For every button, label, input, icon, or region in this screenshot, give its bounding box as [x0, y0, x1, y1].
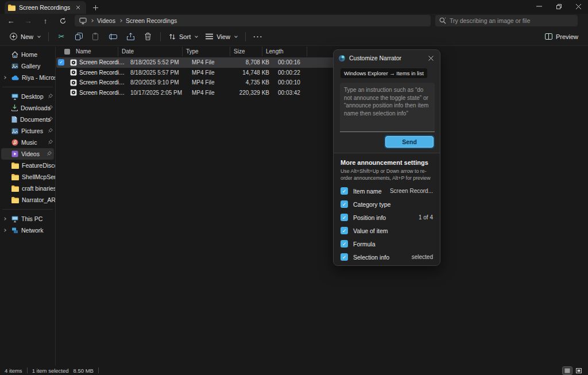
chevron-down-icon — [37, 34, 41, 38]
expand-chevron-icon[interactable] — [3, 229, 6, 232]
minimize-icon[interactable] — [529, 0, 549, 13]
details-view-icon[interactable] — [563, 367, 572, 374]
desktop-icon — [11, 94, 18, 100]
maximize-icon[interactable] — [549, 0, 568, 13]
setting-label: Formula — [353, 241, 428, 248]
sidebar-item-desktop[interactable]: Desktop — [0, 91, 55, 102]
new-tab-button[interactable] — [91, 3, 100, 12]
search-box[interactable] — [435, 15, 578, 26]
breadcrumb-videos[interactable]: Videos — [97, 17, 115, 24]
instruction-input[interactable] — [340, 83, 435, 132]
setting-label: Position info — [353, 214, 413, 221]
sidebar-item-label: Home — [21, 51, 55, 58]
command-toolbar: New ✂ Sort View ··· — [0, 28, 588, 46]
share-icon[interactable] — [123, 30, 138, 44]
tab-title: Screen Recordings — [19, 4, 70, 11]
refresh-icon[interactable] — [55, 15, 70, 26]
sidebar-item-music[interactable]: Music — [0, 137, 55, 148]
setting-label: Category type — [353, 201, 428, 208]
file-name: Screen Recording 20... — [79, 69, 126, 76]
mp4-file-icon — [68, 79, 79, 86]
gallery-icon — [11, 63, 18, 69]
sidebar-item-videos[interactable]: Videos — [1, 148, 54, 160]
dialog-title: Customize Narrator — [349, 55, 423, 61]
dialog-close-icon[interactable] — [426, 53, 435, 63]
sidebar-item-documents[interactable]: Documents — [0, 114, 55, 125]
address-bar[interactable]: Videos Screen Recordings — [75, 15, 431, 26]
checkbox-formula[interactable]: ✓ — [341, 240, 348, 248]
pin-icon — [48, 94, 53, 98]
cut-icon[interactable]: ✂ — [54, 30, 69, 44]
sidebar-item-onedrive[interactable]: Riya - Microsoft — [0, 72, 55, 83]
setting-row-position-info: ✓ Position info 1 of 4 — [341, 214, 433, 222]
rename-icon[interactable] — [106, 30, 121, 44]
sidebar-item-shellmcpservers[interactable]: ShellMcpServers — [0, 171, 55, 183]
documents-icon — [11, 116, 17, 123]
sidebar-item-network[interactable]: Network — [0, 225, 55, 236]
file-row[interactable]: Screen Recording 20... 10/17/2025 2:05 P… — [56, 88, 378, 98]
paste-icon[interactable] — [88, 30, 103, 44]
file-type: MP4 File — [188, 90, 237, 96]
navigation-bar: ← → ↑ Videos Screen Recordings — [0, 14, 588, 28]
column-header-type[interactable]: Type — [183, 47, 230, 56]
new-button[interactable]: New — [6, 30, 44, 44]
checkbox-value-of-item[interactable]: ✓ — [341, 227, 348, 234]
window-controls — [529, 0, 588, 14]
mp4-file-icon — [68, 89, 79, 96]
explorer-tab[interactable]: Screen Recordings — [5, 1, 86, 14]
sidebar-item-this-pc[interactable]: This PC — [0, 213, 55, 225]
expand-chevron-icon[interactable] — [3, 76, 6, 79]
sidebar-item-home[interactable]: Home — [0, 49, 55, 60]
status-bar: 4 items 1 item selected 8.50 MB — [0, 366, 588, 375]
copy-icon[interactable] — [71, 30, 86, 44]
checkbox-category-type[interactable]: ✓ — [341, 200, 348, 208]
more-options-icon[interactable]: ··· — [251, 30, 266, 44]
file-row[interactable]: Screen Recording 20... 8/20/2025 9:10 PM… — [56, 78, 378, 88]
file-row[interactable]: Screen Recording 20... 8/18/2025 5:57 PM… — [56, 68, 378, 78]
checkbox-item-name[interactable]: ✓ — [341, 187, 348, 195]
setting-row-formula: ✓ Formula — [341, 240, 433, 248]
close-window-icon[interactable] — [568, 0, 588, 13]
sort-button[interactable]: Sort — [165, 30, 202, 44]
sidebar-item-label: craft binaries — [22, 185, 55, 192]
row-checkbox-checked[interactable]: ✓ — [58, 59, 64, 65]
checkbox-position-info[interactable]: ✓ — [341, 214, 348, 221]
up-icon[interactable]: ↑ — [38, 15, 53, 26]
preview-label: Preview — [556, 33, 578, 40]
tab-close-icon[interactable] — [74, 3, 83, 12]
preview-button[interactable]: Preview — [541, 30, 582, 44]
pin-icon — [48, 140, 53, 144]
send-button[interactable]: Send — [385, 136, 434, 148]
breadcrumb-screen-recordings[interactable]: Screen Recordings — [126, 17, 177, 24]
pin-icon — [48, 105, 53, 110]
thumbnail-view-icon[interactable] — [574, 367, 583, 374]
context-badge: Windows Explorer → Items in list — [341, 68, 427, 78]
sidebar-item-craft-binaries[interactable]: craft binaries — [0, 183, 55, 194]
file-length: 00:00:10 — [269, 79, 310, 86]
forward-icon[interactable]: → — [21, 15, 36, 26]
column-header-name[interactable]: Name — [72, 47, 118, 56]
sidebar-item-label: Network — [21, 227, 55, 234]
back-icon[interactable]: ← — [3, 15, 18, 26]
selection-count: 1 item selected — [32, 368, 69, 374]
column-header-size[interactable]: Size — [230, 47, 262, 56]
sidebar-item-pictures[interactable]: Pictures — [0, 125, 55, 137]
sidebar-item-downloads[interactable]: Downloads — [0, 102, 55, 114]
folder-icon — [11, 197, 19, 203]
folder-icon — [11, 185, 19, 192]
sidebar-item-narrator-arm[interactable]: Narrator_ARM_281 — [0, 194, 55, 206]
column-header-date[interactable]: Date — [118, 47, 183, 56]
select-all-checkbox[interactable] — [56, 47, 72, 56]
view-button[interactable]: View — [202, 30, 241, 44]
expand-chevron-icon[interactable] — [3, 217, 6, 221]
checkbox-selection-info[interactable]: ✓ — [341, 253, 348, 261]
file-row[interactable]: ✓ Screen Recording 20... 8/18/2025 5:52 … — [56, 57, 378, 68]
delete-icon[interactable] — [140, 30, 155, 44]
sidebar-item-featurediscoverability[interactable]: FeatureDiscoverabil — [0, 160, 55, 171]
column-header-length[interactable]: Length — [262, 47, 307, 56]
search-input[interactable] — [450, 17, 574, 24]
setting-row-selection-info: ✓ Selection info selected — [341, 253, 433, 261]
setting-row-value-of-item: ✓ Value of item — [341, 227, 433, 235]
customize-narrator-dialog: Customize Narrator Windows Explorer → It… — [333, 49, 440, 266]
sidebar-item-gallery[interactable]: Gallery — [0, 60, 55, 72]
